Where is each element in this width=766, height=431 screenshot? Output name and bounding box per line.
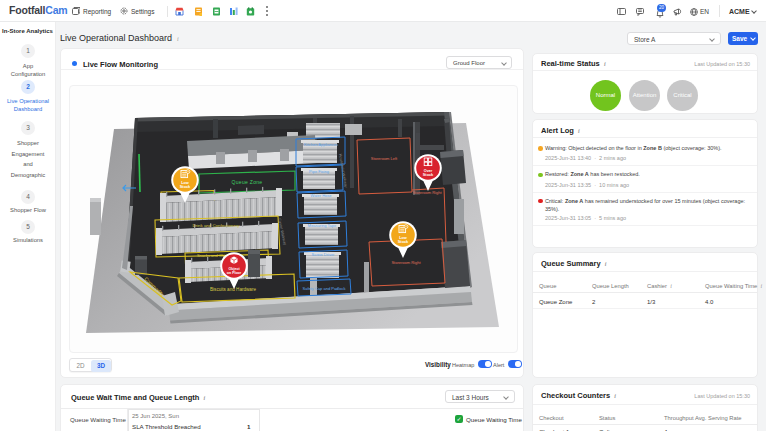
svg-text:Storeroom Left: Storeroom Left bbox=[371, 156, 398, 161]
svg-text:Drink and Confectionery: Drink and Confectionery bbox=[192, 223, 240, 228]
svg-text:Safety Cap and Padlock: Safety Cap and Padlock bbox=[303, 286, 346, 291]
svg-text:Storeroom Right: Storeroom Right bbox=[391, 260, 421, 265]
svg-text:Low: Low bbox=[399, 236, 407, 240]
svg-text:Water Hose: Water Hose bbox=[311, 193, 333, 198]
svg-text:Screw Driver: Screw Driver bbox=[312, 252, 336, 257]
svg-text:Over: Over bbox=[424, 169, 433, 173]
svg-text:Stock: Stock bbox=[180, 185, 191, 189]
svg-text:on Floor: on Floor bbox=[227, 271, 242, 275]
svg-text:Pipe Fixing: Pipe Fixing bbox=[309, 169, 329, 174]
svg-text:Low: Low bbox=[181, 181, 189, 185]
svg-text:Stock: Stock bbox=[398, 240, 409, 244]
svg-text:Biscuits and Hardware: Biscuits and Hardware bbox=[210, 287, 256, 292]
svg-text:Storeroom Right: Storeroom Right bbox=[412, 190, 442, 195]
svg-text:Queue Zone: Queue Zone bbox=[232, 179, 263, 185]
svg-text:Measuring Tape: Measuring Tape bbox=[308, 223, 337, 228]
svg-text:Stock: Stock bbox=[423, 173, 434, 177]
svg-text:Kitchen Appliances: Kitchen Appliances bbox=[304, 142, 338, 147]
